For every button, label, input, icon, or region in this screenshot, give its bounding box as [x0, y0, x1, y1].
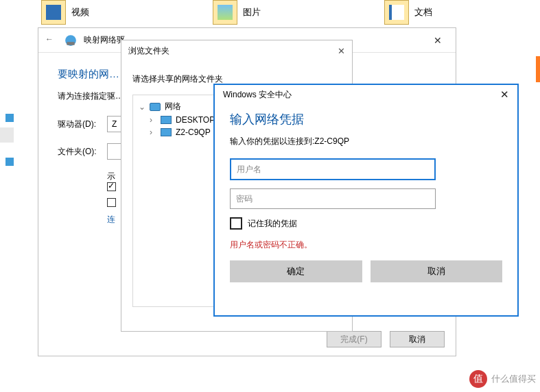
- tree-node-label: DESKTOP: [176, 115, 215, 125]
- desktop-icon-pictures[interactable]: 图片: [213, 0, 261, 25]
- windows-security-dialog: Windows 安全中心 ✕ 输入网络凭据 输入你的凭据以连接到:Z2-C9QP…: [213, 84, 519, 317]
- drive-label: 驱动器(D):: [58, 119, 107, 130]
- tree-node-label: Z2-C9QP: [176, 127, 211, 137]
- documents-folder-icon: [384, 0, 409, 25]
- checkbox-icon[interactable]: [230, 217, 242, 230]
- checkbox-label: 记住我的凭据: [248, 218, 297, 230]
- watermark: 值 什么值得买: [469, 370, 536, 388]
- desktop-icons: 视频 图片 文档: [41, 0, 540, 25]
- computer-icon: [161, 128, 172, 136]
- close-icon[interactable]: ✕: [500, 88, 509, 101]
- watermark-icon: 值: [469, 370, 487, 388]
- dialog-buttons: 确定 取消: [230, 260, 502, 282]
- finish-button[interactable]: 完成(F): [327, 331, 381, 347]
- computer-icon: [161, 116, 172, 124]
- remember-credentials-checkbox[interactable]: 记住我的凭据: [230, 217, 502, 230]
- pictures-folder-icon: [213, 0, 237, 25]
- back-icon[interactable]: ←: [45, 34, 58, 47]
- network-icon: [150, 103, 161, 111]
- background-sliver: [0, 127, 14, 143]
- dialog-title: Windows 安全中心: [223, 89, 292, 101]
- tree-node-label: 网络: [165, 101, 181, 112]
- collapse-icon[interactable]: ⌄: [139, 102, 145, 112]
- dialog-title: 浏览文件夹: [128, 45, 169, 57]
- ok-button[interactable]: 确定: [230, 260, 362, 282]
- placeholder-text: 密码: [236, 193, 253, 205]
- desktop-icon-label: 文档: [414, 6, 432, 19]
- folder-label: 文件夹(O):: [58, 146, 107, 158]
- network-drive-icon: [64, 34, 77, 47]
- checkbox-icon[interactable]: [107, 182, 116, 191]
- close-icon[interactable]: ✕: [338, 46, 345, 56]
- svg-rect-1: [67, 42, 74, 45]
- desktop-icon-documents[interactable]: 文档: [384, 0, 432, 25]
- error-message: 用户名或密码不正确。: [230, 239, 502, 251]
- expand-icon[interactable]: ›: [150, 127, 156, 137]
- dialog-body: 输入网络凭据 输入你的凭据以连接到:Z2-C9QP 用户名 密码 记住我的凭据 …: [215, 104, 517, 282]
- dialog-footer: 完成(F) 取消: [327, 331, 445, 347]
- desktop-icon-label: 视频: [71, 6, 89, 19]
- cancel-button[interactable]: 取消: [371, 260, 503, 282]
- desktop-icon-video[interactable]: 视频: [41, 0, 89, 25]
- placeholder-text: 用户名: [237, 164, 261, 175]
- expand-icon[interactable]: ›: [150, 115, 156, 125]
- watermark-text: 什么值得买: [491, 373, 536, 385]
- background-sliver: [5, 158, 14, 166]
- security-subtitle: 输入你的凭据以连接到:Z2-C9QP: [230, 136, 502, 147]
- username-input[interactable]: 用户名: [230, 158, 436, 180]
- close-icon[interactable]: ✕: [427, 35, 449, 46]
- video-folder-icon: [41, 0, 66, 25]
- desktop-icon-label: 图片: [243, 6, 261, 19]
- background-sliver: [5, 114, 14, 122]
- password-input[interactable]: 密码: [230, 188, 436, 209]
- dialog-header: Windows 安全中心 ✕: [215, 85, 517, 104]
- dialog-header: 浏览文件夹 ✕: [121, 40, 352, 61]
- background-sliver: [536, 56, 540, 82]
- checkbox-icon[interactable]: [107, 198, 116, 207]
- cancel-button[interactable]: 取消: [390, 331, 445, 347]
- security-title: 输入网络凭据: [230, 111, 502, 127]
